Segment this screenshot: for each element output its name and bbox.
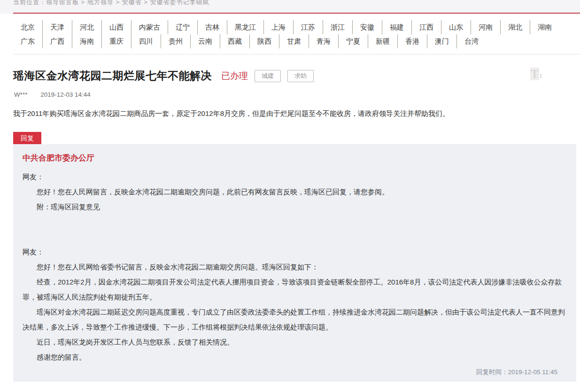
reply-paragraph: 您好！您在人民网给省委书记留言，反映金水湾花园二期逾期交房问题。瑶海区回复如下：: [23, 260, 567, 275]
province-nav: 北京天津河北山西内蒙古辽宁吉林黑龙江上海江苏浙江安徽福建江西山东河南湖北湖南 广…: [0, 14, 580, 48]
reply-paragraph: 近日，瑶海区龙岗开发区工作人员与您联系，反馈了相关情况。: [23, 335, 567, 350]
nav-province-link[interactable]: 台湾: [456, 34, 486, 48]
nav-province-link[interactable]: 天津: [42, 20, 72, 34]
nav-province-link[interactable]: 宁夏: [338, 34, 368, 48]
breadcrumb-link-secretary[interactable]: 安徽省委书记李锦斌: [142, 0, 209, 6]
breadcrumb-link-province[interactable]: 安徽省: [114, 0, 142, 6]
tag-type[interactable]: 求助: [287, 70, 314, 82]
reply-paragraph: 网友：: [23, 245, 567, 260]
font-size-icon: T: [530, 68, 539, 80]
message-body: 我于2011年购买瑶海区金水湾花园二期商品房一套，原定于2012年8月交房，但是…: [13, 108, 567, 119]
nav-province-link[interactable]: 贵州: [161, 34, 190, 48]
nav-province-link[interactable]: 内蒙古: [131, 20, 168, 34]
accent-divider: [13, 13, 580, 14]
reply-paragraph: 附：瑶海区回复意见: [23, 200, 567, 215]
nav-province-link[interactable]: 云南: [190, 34, 220, 48]
nav-province-link[interactable]: 上海: [263, 20, 293, 34]
nav-province-link[interactable]: 河北: [72, 20, 101, 34]
page-title: 瑶海区金水湾花园二期烂展七年不能解决: [13, 69, 212, 83]
nav-province-link[interactable]: 辽宁: [168, 20, 197, 34]
nav-province-link[interactable]: 海南: [72, 34, 101, 48]
status-badge: 已办理: [221, 70, 248, 82]
breadcrumb-link-local[interactable]: 地方领导: [79, 0, 114, 6]
nav-province-link[interactable]: 安徽: [352, 20, 382, 34]
reply-badge: 回复: [13, 132, 41, 144]
post-meta: W*** 2019-12-03 14:44: [14, 91, 567, 98]
reply-paragraph: 网友：: [23, 169, 567, 184]
reply-time-label: 回复时间：: [476, 369, 508, 376]
nav-province-link[interactable]: 吉林: [197, 20, 227, 34]
nav-province-link[interactable]: 广东: [21, 34, 42, 48]
nav-province-link[interactable]: 黑龙江: [227, 20, 263, 34]
section-divider: [13, 54, 580, 54]
province-nav-row-1: 北京天津河北山西内蒙古辽宁吉林黑龙江上海江苏浙江安徽福建江西山东河南湖北湖南: [21, 20, 580, 34]
nav-province-link[interactable]: 河南: [471, 20, 500, 34]
reply-paragraph: 经查，2012年2月，因金水湾花园二期项目开发公司法定代表人挪用项目资金，导致该…: [23, 275, 567, 305]
tag-category[interactable]: 城建: [255, 70, 281, 82]
nav-province-link[interactable]: 江苏: [293, 20, 323, 34]
nav-province-link[interactable]: 西藏: [220, 34, 249, 48]
nav-province-link[interactable]: 广西: [42, 34, 72, 48]
reply-department: 中共合肥市委办公厅: [23, 153, 567, 164]
reply-time-value: 2019-12-05 11:45: [508, 369, 557, 376]
arrow-updown-icon: ↕: [539, 72, 542, 79]
nav-province-link[interactable]: 香港: [397, 34, 427, 48]
font-size-control[interactable]: T↕: [530, 68, 542, 81]
breadcrumb-link-board[interactable]: 领导留言板: [46, 0, 79, 6]
breadcrumb-bar: 当前位置：领导留言板地方领导安徽省安徽省委书记李锦斌: [0, 0, 580, 14]
nav-province-link[interactable]: 重庆: [101, 34, 131, 48]
reply-spacer: [23, 215, 567, 245]
nav-province-link[interactable]: 北京: [21, 20, 42, 34]
nav-province-link[interactable]: 四川: [131, 34, 161, 48]
nav-province-link[interactable]: 湖北: [500, 20, 530, 34]
nav-province-link[interactable]: 新疆: [368, 34, 397, 48]
breadcrumb-label: 当前位置：: [13, 0, 46, 6]
breadcrumb: 当前位置：领导留言板地方领导安徽省安徽省委书记李锦斌: [13, 0, 209, 7]
nav-province-link[interactable]: 福建: [382, 20, 411, 34]
nav-province-link[interactable]: 江西: [411, 20, 441, 34]
post-header: 瑶海区金水湾花园二期烂展七年不能解决 已办理 城建 求助 T↕: [13, 69, 567, 83]
post-date: 2019-12-03 14:44: [40, 91, 91, 98]
reply-panel: 中共合肥市委办公厅 网友： 您好！您在人民网留言，反映金水湾花园二期逾期交房问题…: [13, 144, 576, 382]
nav-province-link[interactable]: 甘肃: [279, 34, 309, 48]
reply-paragraph: 感谢您的留言。: [23, 350, 567, 365]
nav-province-link[interactable]: 澳门: [427, 34, 456, 48]
nav-province-link[interactable]: 青海: [309, 34, 338, 48]
province-nav-row-2: 广东广西海南重庆四川贵州云南西藏陕西甘肃青海宁夏新疆香港澳门台湾: [21, 34, 580, 48]
nav-province-link[interactable]: 陕西: [249, 34, 279, 48]
nav-province-link[interactable]: 山西: [101, 20, 131, 34]
reply-paragraph: 瑶海区对金水湾花园二期延迟交房问题高度重视，专门成立了由区委政法委牵头的处置工作…: [23, 305, 567, 335]
reply-paragraph: 您好！您在人民网留言，反映金水湾花园二期逾期交房问题，此前已有网友留言反映，瑶海…: [23, 184, 567, 200]
nav-province-link[interactable]: 山东: [441, 20, 471, 34]
author-name: W***: [14, 91, 28, 98]
reply-timestamp: 回复时间：2019-12-05 11:45: [23, 365, 567, 377]
nav-province-link[interactable]: 湖南: [530, 20, 559, 34]
nav-province-link[interactable]: 浙江: [323, 20, 352, 34]
